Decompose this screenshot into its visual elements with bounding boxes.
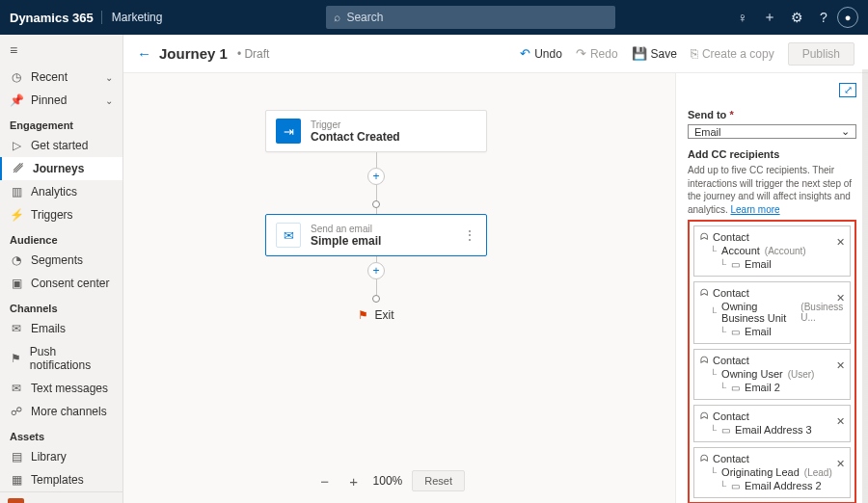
sidebar-label: Get started [31,139,88,152]
sidebar-label: Templates [31,473,84,487]
cc-recipient-card[interactable]: ✕ᗣContact└Account (Account)└▭Email [693,225,851,277]
section-channels: Channels [0,295,122,317]
brand-module: Marketing [101,11,163,24]
remove-recipient-icon[interactable]: ✕ [836,359,845,372]
sidebar-area-switcher[interactable]: RM Real-time marketi... [0,491,122,503]
remove-recipient-icon[interactable]: ✕ [836,292,845,304]
sidebar-item-journeys[interactable]: ␥Journeys [0,157,122,180]
person-icon: ᗣ [700,287,708,299]
remove-recipient-icon[interactable]: ✕ [836,458,845,470]
sidebar-item-library[interactable]: ▤Library [0,445,122,468]
entity-label: Contact [713,287,749,299]
status-label: Draft [237,47,270,61]
person-icon: ᗣ [700,410,708,422]
node-exit[interactable]: ⚑ Exit [358,308,393,322]
global-search[interactable]: ⌕ Search [326,6,615,29]
sidebar-item-templates[interactable]: ▦Templates [0,468,122,491]
node-type-label: Trigger [311,119,400,130]
sidebar-item-consent[interactable]: ▣Consent center [0,272,122,295]
entity-label: Contact [713,453,749,464]
back-arrow-icon[interactable]: ← [137,45,151,62]
help-icon[interactable]: ? [810,10,837,25]
sidebar-item-triggers[interactable]: ⚡Triggers [0,203,122,226]
chevron-down-icon: ⌄ [105,95,113,106]
field-icon: ▭ [731,481,740,491]
sendto-select[interactable]: Email ⌄ [688,124,856,139]
node-send-email[interactable]: ✉ Send an email Simple email ⋮ [265,214,487,256]
add-icon[interactable]: ＋ [756,9,783,26]
save-button[interactable]: 💾Save [632,46,677,61]
redo-button: ↷Redo [576,46,618,61]
chart-icon: ▥ [10,185,23,199]
journey-canvas[interactable]: ⇥ Trigger Contact Created + ✉ S [123,73,675,503]
add-step-button[interactable]: + [367,168,385,185]
relation-type: (Lead) [804,467,832,478]
user-avatar[interactable]: ● [837,7,858,28]
node-type-label: Send an email [311,224,381,234]
field-label: Email 2 [745,382,780,393]
flag-icon: ⚑ [358,308,368,322]
undo-button[interactable]: ↶Undo [520,46,562,61]
add-step-button[interactable]: + [367,262,385,279]
relation-type: (Business U... [800,302,844,323]
sidebar-item-push[interactable]: ⚑Push notifications [0,340,122,377]
sidebar-label: Library [31,450,67,463]
remove-recipient-icon[interactable]: ✕ [836,415,845,428]
scrollbar[interactable] [862,69,868,503]
zoom-reset-button[interactable]: Reset [412,470,465,491]
connector-dot [372,200,380,208]
entity-label: Contact [713,410,749,422]
lightbulb-icon[interactable]: ♀ [729,10,756,25]
sidebar-item-pinned[interactable]: 📌 Pinned ⌄ [0,89,122,112]
sidebar-item-analytics[interactable]: ▥Analytics [0,180,122,203]
journey-icon: ␥ [12,162,25,175]
field-icon: ▭ [721,425,730,436]
page-title: Journey 1 [159,45,228,62]
sidebar-label: Recent [31,70,68,84]
relation-type: (User) [788,369,815,380]
left-sidebar: ≡ ◷ Recent ⌄ 📌 Pinned ⌄ Engagement ▷Get … [0,35,123,503]
zoom-level: 100% [373,474,403,488]
zoom-in-button[interactable]: + [344,473,364,490]
relation-label: Account [721,245,760,256]
sendto-value: Email [694,126,721,138]
cmd-label: Redo [590,47,618,61]
template-icon: ▦ [10,473,23,487]
person-icon: ᗣ [700,453,708,464]
field-label: Email Address 2 [745,480,821,491]
hamburger-icon[interactable]: ≡ [0,35,122,66]
zoom-controls: − + 100% Reset [315,470,465,491]
cc-recipient-card[interactable]: ✕ᗣContact└Originating Lead (Lead)└▭Email… [693,447,851,498]
sidebar-item-emails[interactable]: ✉Emails [0,317,122,340]
settings-icon[interactable]: ⚙ [783,10,810,25]
expand-panel-icon[interactable]: ⤢ [839,83,856,97]
remove-recipient-icon[interactable]: ✕ [836,236,845,249]
cmd-label: Create a copy [702,47,774,61]
sidebar-item-segments[interactable]: ◔Segments [0,249,122,272]
sidebar-label: Consent center [31,277,109,290]
field-label: Email [745,258,772,270]
relation-label: Originating Lead [721,466,800,478]
field-label: Email [745,326,772,337]
zoom-out-button[interactable]: − [315,473,335,490]
cc-recipient-card[interactable]: ✕ᗣContact└Owning User (User)└▭Email 2 [693,349,851,400]
section-assets: Assets [0,423,122,445]
node-more-icon[interactable]: ⋮ [463,227,476,243]
cc-recipient-card[interactable]: ✕ᗣContact└▭Email Address 3 [693,405,851,442]
play-icon: ▷ [10,139,23,152]
sidebar-item-get-started[interactable]: ▷Get started [0,134,122,157]
sidebar-item-recent[interactable]: ◷ Recent ⌄ [0,66,122,89]
node-trigger[interactable]: ⇥ Trigger Contact Created [265,110,487,152]
sidebar-label: Segments [31,253,83,267]
brand-name: Dynamics 365 [10,11,94,25]
cc-recipient-card[interactable]: ✕ᗣContact└Owning Business Unit (Business… [693,281,851,344]
bell-icon: ⚑ [10,352,22,365]
exit-label: Exit [374,308,393,322]
cc-recipients-list: ✕ᗣContact└Account (Account)└▭Email✕ᗣCont… [688,220,856,503]
learn-more-link[interactable]: Learn more [730,204,779,215]
clock-icon: ◷ [10,70,23,84]
sidebar-item-texts[interactable]: ✉Text messages [0,377,122,400]
trigger-icon: ⇥ [276,119,301,144]
person-icon: ᗣ [700,355,708,366]
sidebar-item-more-channels[interactable]: ☍More channels [0,400,122,423]
